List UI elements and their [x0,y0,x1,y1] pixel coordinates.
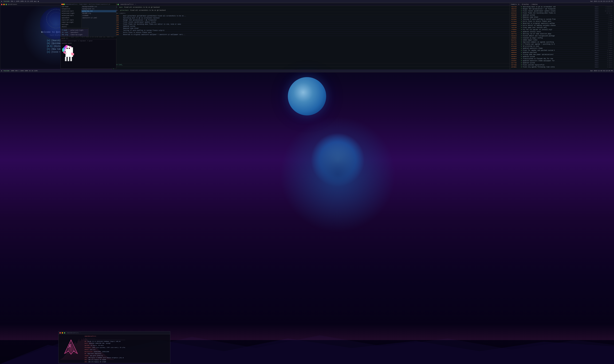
git-log-item[interactable]: cefa230 ● Updated uwunicorn theme Emmet … [510,47,614,50]
git-log-item[interactable]: 40b07d4 ● Ranger dnd optimization + qb f… [510,8,614,10]
git-commit-2da6b08[interactable]: 2da6b08 Ranger dnd optimization + qb fil… [112,19,510,21]
git-commit-a958d60[interactable]: a958d60 Removed some bloat [112,27,510,29]
svg-rect-17 [64,46,66,50]
git-log-item[interactable]: c4d0b29 ● Extra detail on adding unstabl… [510,25,614,27]
git-log-item[interactable]: 37743c0 ● Extra lines to ensure flakes w… [510,20,614,23]
neofetch-cpu: CPU:AMD Ryzen 9 5900HX with Radeon Graph… [84,357,125,359]
neofetch-logo-area: ✗ ↗ [58,334,83,363]
git-commit-27740fb[interactable]: 27740fb Extra lines to ensure flakes wor… [112,32,510,34]
git-log-item[interactable]: c51b1b5 ● Fixes recent qutebrowser updat… [510,10,614,12]
qute-close-dot[interactable] [1,4,2,5]
bottom-taskbar-left: ▶ Youtube 100% 59% 1 104% 100% 1% 1% 115… [0,70,589,72]
git-log-item[interactable]: 337738d ● Fixes youtube hyprprofile Emme… [510,64,614,66]
git-log-item[interactable]: b089d40 ● Updated pyprland Emmet 2 weeks [510,52,614,54]
file-fr-org[interactable]: FR-.orgtomorrow-night [61,34,88,36]
git-log-item[interactable]: 5af93d2 ● Testing if auto-cpufreq is sys… [510,18,614,20]
file-item-ubuntu[interactable]: ubuntu [61,26,81,28]
git-log-item[interactable]: c76964e ● Fix for nix parser on install.… [510,29,614,31]
svg-rect-16 [66,45,67,48]
neofetch-resolution: Resolution:1920x1080, 1920x1200 [84,351,125,353]
files-min-dot[interactable] [63,4,64,5]
git-log-item[interactable]: 0e35b5c ● Updated install notes Emmet 1 … [510,31,614,33]
files-close-dot[interactable] [61,4,63,5]
file-item-catppuccin[interactable]: catppuccin [61,8,81,10]
taskbar-stats: 99¢ 1 104% 100% 1% 1% 115% [11,1,33,2]
file-item-tomorrow[interactable]: tomorrow-night [61,21,81,24]
neofetch-user: emmet@snowflire [84,335,125,337]
git-commit-0700c6b[interactable]: 0700c6b Fixes flake not building when fl… [112,23,510,25]
git-log-item[interactable]: 5dbb619 ● Pinned embark and reorganized … [510,35,614,37]
git-log-item[interactable]: b00d378 ● Fixes for waybar and patched c… [510,50,614,52]
file-item-ald-hope[interactable]: ald-hope [61,6,81,8]
neofetch-min-dot[interactable] [62,332,63,334]
git-log-item[interactable]: 5d07f1b ● Getting rid of some electron p… [510,33,614,35]
qute-minimize-dot[interactable] [3,4,5,5]
git-log-item[interactable]: f3a7c28 ● Switching back to gh as screen… [510,6,614,8]
neofetch-close-dot[interactable] [59,332,61,334]
neofetch-info-panel: emmet@snowflire -------------- OS:NixOS … [83,334,126,363]
file-flock[interactable]: f-lockpolarized-light [61,29,88,31]
git-log-item[interactable]: 7e51c30 ● Fixes qemu user session uefi E… [510,27,614,29]
git-left-titlebar: emmet@snowflire: ~ [112,3,510,6]
file-bg[interactable]: background.txt [81,8,116,10]
bottom-taskbar-right: Sat 2023-11-04 02:13:20 PM [589,70,614,72]
taskbar-left: ▶ Youtube 99¢ 1 104% 100% 1% 1% 115% ▣ ▢… [0,0,589,2]
file-item-starcraft[interactable]: starcraft-dark [61,19,81,21]
git-log-item[interactable]: a265de0 ● Reverted to original uwunicorn… [510,23,614,25]
git-log-item[interactable]: a5d90c0 ● Transitioned to flatpak obs fo… [510,58,614,60]
git-log-item[interactable]: b3c77d0 ● Updated system Emmet 3 weeks [510,62,614,64]
git-merge-info: Merge: gitea/main Fixed all screenshots … [112,9,510,12]
neofetch-titlebar: emmet@snowflire: ~ [58,331,170,334]
git-log-item[interactable]: e011f2b ● Improved comment on agenda syn… [510,41,614,43]
git-left-title: emmet@snowflire: ~ [120,4,136,5]
git-log-item[interactable]: df4eee6 ● 3d printing is cool Emmet 1 we… [510,45,614,47]
neofetch-os: OS:NixOS 23.11.20231192.fa008ad (Tapir) … [84,340,125,343]
file-item-selenized3[interactable]: selenized-dark [61,14,81,17]
neofetch-max-dot[interactable] [64,332,65,334]
git-log-item[interactable]: e4e503c ● Updated uwunicorn theme wallpa… [510,60,614,62]
svg-rect-13 [71,53,74,55]
git-log-item[interactable]: e1c7253 ● I finally got agenda + syncthi… [510,43,614,45]
git-log-item[interactable]: 5a946e4 ● Updated system Emmet 2 weeks [510,56,614,58]
top-taskbar: ▶ Youtube 99¢ 1 104% 100% 1% 1% 115% ▣ ▢… [0,0,614,3]
pokemon-content: pokemon-colorscripts -n rapidash -f gala… [61,39,116,68]
git-commit-3774c0b[interactable]: 3774c0b Updated system [112,25,510,27]
git-commit-a265de0[interactable]: a265de0 Reverted to original uwunicorn w… [112,34,510,36]
taskbar-datetime: Sat 2023-11-04 02:13:20 PM [590,1,613,2]
neofetch-shell: Shell:zsh 5.9 [84,349,125,351]
taskbar-title[interactable]: Youtube [3,1,9,2]
arch-logo: ✗ ↗ [61,339,81,358]
bottom-taskbar-title[interactable]: Youtube [3,70,9,72]
qute-maximize-dot[interactable] [6,4,7,5]
git-log-item[interactable]: c00d03e ● Cleaned up magit config Emmet … [510,37,614,39]
git-log-item[interactable]: 9ea1f2c ● Added magit-todos Emmet 1 week [510,39,614,41]
git-commit-ef0c50d[interactable]: ef0c50d Switching back to gh as screensh… [112,17,510,19]
file-bg256[interactable]: background256.txt [81,6,116,8]
file-polarity[interactable]: polarity.txt [81,10,116,12]
file-item-selenized2[interactable]: selenized-light [61,12,81,14]
file-item-spacedark[interactable]: spacedark [61,17,81,19]
git-log-item[interactable]: a950f59 ● Trying some new power optimiza… [510,54,614,56]
file-yaml[interactable]: uwunicorn-yt.yaml [81,17,116,19]
git-merge-msg: Fixed all screenshots to be on gh backen… [130,10,166,11]
git-right-title: Commits in --branches --remotes [511,4,538,5]
file-item-selenized1[interactable]: selenized-dark [61,10,81,12]
git-commit-4460ffd[interactable]: 4460ffd Fixes recent qutebrowser update … [112,21,510,23]
file-license[interactable]: LICENSE [81,14,116,17]
file-item-twilight[interactable]: twilight [61,24,81,26]
svg-rect-18 [63,47,64,52]
git-commit-dee0888[interactable]: dee0888 main gitea/main gitlab/main gith… [112,15,510,17]
git-commit-953742f[interactable]: 953742f Testing if auto-cpufreq is syste… [112,29,510,32]
files-max-dot[interactable] [64,4,65,5]
git-log-item[interactable]: d46e490 ● Updated system Emmet 1 day [510,14,614,16]
git-log-item[interactable]: bb3ea13 ● Fixes flake not building when … [510,12,614,14]
neofetch-gpu: GPU:AMD ATI Radeon RX 6800M [84,359,125,361]
neofetch-gpu2: GPU:AMD ATI Radeon RX 6700M [84,361,125,363]
git-merge-hash: gitea/main [120,10,129,11]
git-log-item[interactable]: d3f3961 ● Fixes org agenda following roa… [510,66,614,68]
git-max-dot[interactable] [118,4,119,5]
git-log-item[interactable]: d495660 ● Removes some bloat Emmet 1 day [510,16,614,18]
files-titlebar: emmet@snowflire: /home/emmet/.dotfiles/t… [61,3,116,6]
file-lr-nix[interactable]: lr-.nixspacedark [61,31,88,34]
file-readme[interactable]: README.org [81,12,116,14]
